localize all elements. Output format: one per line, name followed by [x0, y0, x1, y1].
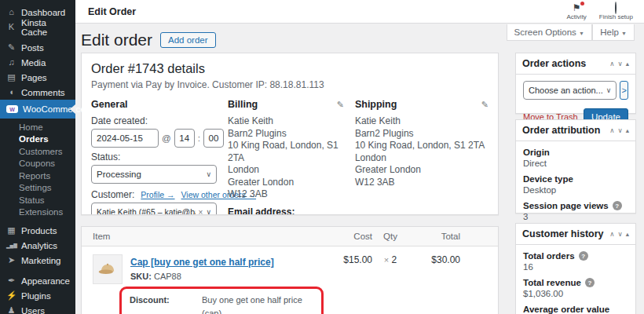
sidebar-item-appearance[interactable]: ✒ Appearance	[0, 273, 75, 288]
total-revenue-field: Total revenue? $1,036.00	[523, 278, 628, 298]
move-up-icon[interactable]: ∧	[609, 230, 614, 238]
sidebar-item-pages[interactable]: ▤ Pages	[0, 70, 75, 85]
order-actions-title: Order actions	[522, 58, 586, 69]
clear-selection-icon[interactable]: ×	[199, 208, 203, 216]
move-up-icon[interactable]: ∧	[609, 126, 614, 134]
table-row: Cap [buy one get one half price] SKU: CA…	[82, 246, 498, 314]
add-order-button[interactable]: Add order	[160, 32, 216, 48]
device-type-label: Device type	[523, 174, 628, 184]
session-page-views-value: 3	[523, 212, 628, 221]
origin-field: Origin Direct	[523, 148, 628, 168]
toggle-panel-icon[interactable]: ▴	[626, 126, 629, 134]
toggle-panel-icon[interactable]: ▴	[626, 60, 629, 68]
sidebar-item-comments[interactable]: ◖ Comments	[0, 85, 75, 100]
sidebar-item-users[interactable]: ♟ Users	[0, 303, 75, 314]
topbar-tools: ⚑ Activity Finish setup	[567, 3, 644, 20]
move-down-icon[interactable]: ∨	[617, 60, 622, 68]
chevron-down-icon: ▼	[579, 31, 584, 36]
activity-button[interactable]: ⚑ Activity	[567, 3, 587, 20]
product-thumbnail	[93, 254, 123, 284]
device-type-value: Desktop	[523, 185, 628, 195]
sidebar-separator	[0, 268, 75, 273]
billing-state: Greater London	[228, 177, 344, 189]
sidebar-item-label: Users	[21, 306, 45, 314]
help-icon[interactable]: ?	[579, 251, 588, 261]
products-icon: ▦	[6, 226, 16, 235]
order-attribution-panel: Order attribution ∧ ∨ ▴ Origin Direct De…	[515, 119, 636, 214]
screen-options-button[interactable]: Screen Options ▼	[507, 24, 592, 41]
panel-controls: ∧ ∨ ▴	[609, 126, 629, 134]
finish-setup-button[interactable]: Finish setup	[599, 3, 633, 20]
submenu-item-coupons[interactable]: Coupons	[0, 158, 75, 170]
order-title: Order #1743 details	[91, 61, 488, 76]
sidebar-item-media[interactable]: ♫ Media	[0, 55, 75, 70]
total-orders-label: Total orders	[523, 251, 575, 261]
submenu-item-settings[interactable]: Settings	[0, 182, 75, 195]
profile-link[interactable]: Profile →	[141, 190, 174, 199]
toggle-panel-icon[interactable]: ▴	[626, 230, 629, 238]
plugins-icon: ⚡	[6, 291, 16, 300]
status-select[interactable]: Processing ∨	[91, 165, 217, 184]
submenu-item-extensions[interactable]: Extensions	[0, 206, 75, 219]
item-column-header: Item	[93, 232, 324, 241]
item-cell: Cap [buy one get one half price] SKU: CA…	[93, 254, 324, 314]
sidebar-item-woocommerce[interactable]: W WooCommerce	[0, 100, 75, 119]
sidebar-item-analytics[interactable]: ▂▅▇ Analytics	[0, 238, 75, 253]
sidebar-item-kinsta-cache[interactable]: K Kinsta Cache	[0, 20, 75, 35]
sidebar-item-label: Comments	[21, 88, 65, 97]
sidebar-item-products[interactable]: ▦ Products	[0, 223, 75, 238]
chevron-down-icon: ∨	[206, 170, 211, 178]
woocommerce-icon: W	[6, 105, 18, 113]
shipping-address1: 10 King Road, London, S1 2TA	[355, 140, 488, 152]
help-icon[interactable]: ?	[613, 201, 622, 210]
discount-row: Discount: Buy one get one half price (ca…	[130, 294, 313, 314]
billing-column: Billing ✎ Katie Keith Barn2 Plugins 10 K…	[228, 99, 344, 215]
discount-highlight-box: Discount: Buy one get one half price (ca…	[119, 287, 324, 314]
total-column-header: Total	[408, 232, 460, 241]
sidebar-item-posts[interactable]: ✎ Posts	[0, 40, 75, 55]
active-menu-arrow	[70, 104, 75, 114]
move-up-icon[interactable]: ∧	[609, 60, 614, 68]
sidebar-item-marketing[interactable]: ➤ Marketing	[0, 253, 75, 268]
sidebar-item-label: Analytics	[21, 241, 57, 250]
submenu-item-customers[interactable]: Customers	[0, 145, 75, 158]
order-details-panel: Order #1743 details Payment via Pay by I…	[81, 53, 499, 215]
submenu-item-reports[interactable]: Reports	[0, 170, 75, 182]
date-input[interactable]	[91, 129, 159, 148]
chevron-down-icon: ∨	[206, 208, 211, 215]
device-type-field: Device type Desktop	[523, 174, 628, 195]
analytics-icon: ▂▅▇	[6, 243, 16, 248]
action-select[interactable]: Choose an action... ∨	[523, 81, 617, 100]
item-cost: $15.00	[324, 254, 372, 265]
billing-address1: 10 King Road, London, S1 2TA	[228, 140, 344, 164]
customer-history-header: Customer history ∧ ∨ ▴	[516, 224, 635, 245]
customer-select[interactable]: Katie Keith (#65 – katie@barn2.com) × ∨	[91, 203, 217, 215]
move-down-icon[interactable]: ∨	[617, 126, 622, 134]
edit-billing-icon[interactable]: ✎	[337, 100, 344, 110]
customer-label: Customer:	[91, 189, 134, 200]
minute-input[interactable]	[203, 129, 224, 148]
shipping-company: Barn2 Plugins	[355, 128, 488, 141]
order-subtitle: Payment via Pay by Invoice. Customer IP:…	[91, 79, 488, 90]
submenu-item-status[interactable]: Status	[0, 194, 75, 206]
sidebar-item-label: Marketing	[21, 256, 61, 265]
move-down-icon[interactable]: ∨	[617, 230, 622, 238]
help-button[interactable]: Help ▼	[592, 24, 635, 41]
apply-action-button[interactable]: >	[620, 81, 628, 100]
admin-topbar: Edit Order ⚑ Activity Finish setup	[75, 0, 644, 24]
billing-name: Katie Keith	[228, 115, 344, 128]
shipping-postcode: W12 3AB	[355, 177, 488, 189]
comments-icon: ◖	[6, 88, 16, 97]
action-row: Choose an action... ∨ >	[523, 81, 628, 100]
edit-shipping-icon[interactable]: ✎	[481, 100, 488, 110]
submenu-item-home[interactable]: Home	[0, 121, 75, 133]
origin-label: Origin	[523, 148, 628, 157]
product-link[interactable]: Cap [buy one get one half price]	[130, 257, 274, 268]
help-icon[interactable]: ?	[585, 278, 595, 287]
sidebar-item-plugins[interactable]: ⚡ Plugins	[0, 288, 75, 303]
sidebar-item-label: Media	[21, 58, 46, 68]
hour-input[interactable]	[174, 129, 195, 148]
sidebar-item-label: Posts	[21, 43, 44, 53]
sku-line: SKU: CAP88	[130, 272, 324, 281]
submenu-item-orders[interactable]: Orders	[0, 133, 75, 146]
